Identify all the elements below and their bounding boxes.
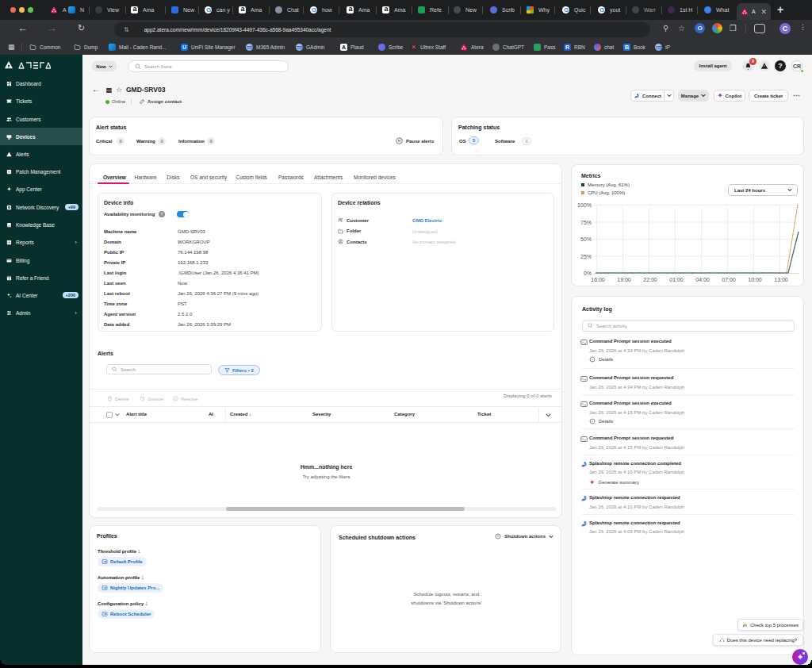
svg-text:22:00: 22:00 [643,277,657,282]
svg-text:13:00: 13:00 [774,277,788,282]
svg-text:10:00: 10:00 [748,277,762,282]
svg-text:16:00: 16:00 [591,277,605,282]
svg-text:0%: 0% [584,271,592,276]
svg-text:75%: 75% [580,220,592,225]
svg-text:07:00: 07:00 [722,277,736,282]
svg-text:04:00: 04:00 [695,277,710,282]
svg-text:01:00: 01:00 [669,277,684,282]
svg-text:19:00: 19:00 [617,277,631,282]
svg-text:50%: 50% [580,236,592,242]
svg-text:25%: 25% [580,254,592,259]
svg-text:100%: 100% [577,202,592,208]
